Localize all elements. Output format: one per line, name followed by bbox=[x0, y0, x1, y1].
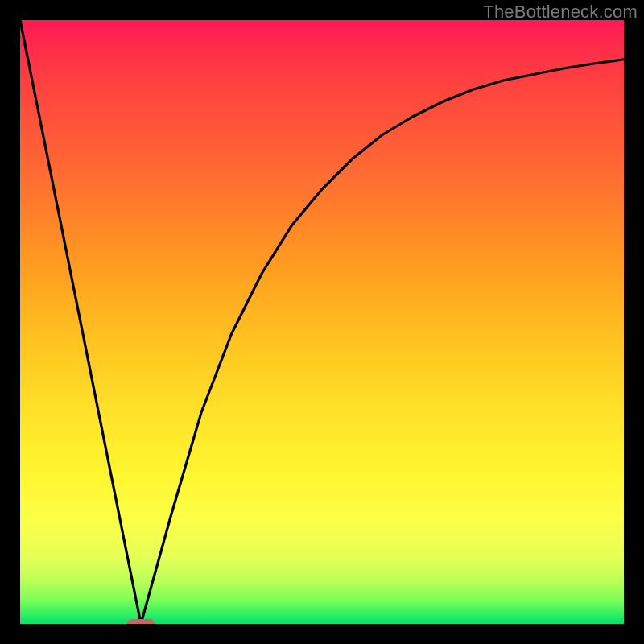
chart-frame bbox=[0, 0, 644, 644]
watermark-text: TheBottleneck.com bbox=[483, 2, 638, 23]
chart-stage: TheBottleneck.com bbox=[0, 0, 644, 644]
